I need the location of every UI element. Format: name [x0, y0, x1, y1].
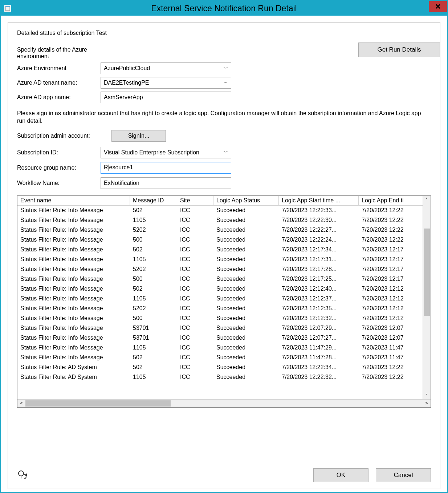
col-message-id[interactable]: Message ID	[130, 196, 177, 205]
specify-label: Specify details of the Azure environment	[17, 47, 101, 60]
scroll-up-icon[interactable]: ˄	[423, 196, 431, 203]
cell: Status Filter Rule: Info Message	[17, 315, 130, 322]
tenant-label: Azure AD tenant name:	[17, 80, 101, 86]
cell: 7/20/2023 12:12:35...	[279, 305, 359, 312]
cell: 53701	[130, 335, 177, 341]
scroll-thumb[interactable]	[25, 400, 171, 407]
subscription-id-dropdown[interactable]: Visual Studio Enterprise Subscription ﹀	[101, 147, 231, 158]
table-row[interactable]: Status Filter Rule: Info Message500ICCSu…	[17, 274, 423, 284]
table-row[interactable]: Status Filter Rule: Info Message1105ICCS…	[17, 294, 423, 304]
cell: 7/20/2023 12:17	[359, 246, 422, 253]
cell: ICC	[177, 315, 213, 322]
scroll-track[interactable]	[25, 400, 423, 407]
grid-body[interactable]: Status Filter Rule: Info Message502ICCSu…	[17, 206, 423, 399]
cell: 7/20/2023 12:22	[359, 364, 422, 371]
table-row[interactable]: Status Filter Rule: Info Message502ICCSu…	[17, 353, 423, 363]
cell: ICC	[177, 295, 213, 302]
horizontal-scrollbar[interactable]: < >	[17, 399, 431, 407]
table-row[interactable]: Status Filter Rule: Info Message500ICCSu…	[17, 314, 423, 323]
table-row[interactable]: Status Filter Rule: Info Message5202ICCS…	[17, 304, 423, 314]
table-row[interactable]: Status Filter Rule: AD System502ICCSucce…	[17, 363, 423, 372]
titlebar[interactable]: External Service Notification Run Detail…	[1, 1, 447, 16]
col-site[interactable]: Site	[177, 196, 213, 205]
azure-env-dropdown[interactable]: AzurePublicCloud ﹀	[101, 62, 231, 74]
table-row[interactable]: Status Filter Rule: AD System1105ICCSucc…	[17, 372, 423, 382]
cell: ICC	[177, 364, 213, 371]
scroll-thumb[interactable]	[424, 229, 430, 316]
resource-group-field[interactable]: Resource1	[101, 162, 231, 174]
table-row[interactable]: Status Filter Rule: Info Message1105ICCS…	[17, 343, 423, 353]
cell: ICC	[177, 256, 213, 263]
cell: 502	[130, 354, 177, 361]
scroll-right-icon[interactable]: >	[423, 399, 431, 407]
cell: 7/20/2023 12:17:28...	[279, 266, 359, 272]
table-row[interactable]: Status Filter Rule: Info Message502ICCSu…	[17, 245, 423, 255]
cell: Succeeded	[213, 217, 279, 223]
cell: 7/20/2023 12:22	[359, 207, 422, 214]
cell: Succeeded	[213, 305, 279, 312]
signin-instruction: Please sign in as administrator account …	[17, 110, 427, 125]
cell: Succeeded	[213, 237, 279, 243]
cell: 7/20/2023 12:12	[359, 286, 422, 292]
table-row[interactable]: Status Filter Rule: Info Message1105ICCS…	[17, 215, 423, 225]
table-row[interactable]: Status Filter Rule: Info Message5202ICCS…	[17, 225, 423, 235]
table-row[interactable]: Status Filter Rule: Info Message53701ICC…	[17, 323, 423, 333]
cell: ICC	[177, 237, 213, 243]
table-row[interactable]: Status Filter Rule: Info Message1105ICCS…	[17, 255, 423, 264]
cell: Status Filter Rule: Info Message	[17, 295, 130, 302]
col-event-name[interactable]: Event name	[17, 196, 130, 205]
cell: 7/20/2023 12:12	[359, 305, 422, 312]
cell: ICC	[177, 227, 213, 233]
admin-account-label: Subscription admin account:	[17, 133, 111, 139]
help-icon[interactable]	[17, 469, 29, 482]
cell: 500	[130, 276, 177, 282]
azure-env-value: AzurePublicCloud	[104, 65, 150, 72]
cell: 7/20/2023 12:22	[359, 217, 422, 223]
cell: Status Filter Rule: Info Message	[17, 266, 130, 272]
subscription-id-value: Visual Studio Enterprise Subscription	[104, 149, 199, 156]
workflow-name-field[interactable]: ExNotification	[101, 177, 231, 189]
cell: 7/20/2023 12:22	[359, 227, 422, 233]
cell: Succeeded	[213, 364, 279, 371]
scroll-left-icon[interactable]: <	[17, 399, 25, 407]
cell: Status Filter Rule: Info Message	[17, 217, 130, 223]
col-start-time[interactable]: Logic App Start time ...	[279, 196, 359, 205]
table-row[interactable]: Status Filter Rule: Info Message53701ICC…	[17, 333, 423, 343]
app-name-field[interactable]: AsmServerApp	[101, 92, 231, 103]
table-row[interactable]: Status Filter Rule: Info Message500ICCSu…	[17, 235, 423, 245]
cell: 5202	[130, 305, 177, 312]
signin-button[interactable]: SignIn...	[111, 130, 166, 142]
cell: Succeeded	[213, 344, 279, 351]
ok-button[interactable]: OK	[313, 468, 368, 482]
close-button[interactable]: ✕	[429, 1, 447, 12]
tenant-dropdown[interactable]: DAE2ETestingPE ﹀	[101, 77, 231, 89]
cell: 7/20/2023 12:22:34...	[279, 364, 359, 371]
scroll-down-icon[interactable]: ˅	[423, 392, 431, 399]
cell: Status Filter Rule: Info Message	[17, 256, 130, 263]
cell: 502	[130, 364, 177, 371]
cell: 502	[130, 246, 177, 253]
cell: 7/20/2023 12:17	[359, 256, 422, 263]
table-row[interactable]: Status Filter Rule: Info Message502ICCSu…	[17, 206, 423, 215]
results-grid: Event name Message ID Site Logic App Sta…	[17, 195, 431, 408]
cell: 7/20/2023 12:22:30...	[279, 217, 359, 223]
cell: Status Filter Rule: Info Message	[17, 335, 130, 341]
cell: Status Filter Rule: AD System	[17, 364, 130, 371]
vertical-scrollbar[interactable]: ˄ ˅	[423, 196, 431, 399]
cell: Status Filter Rule: Info Message	[17, 286, 130, 292]
get-run-details-button[interactable]: Get Run Details	[358, 43, 440, 57]
table-row[interactable]: Status Filter Rule: Info Message5202ICCS…	[17, 264, 423, 274]
cell: 7/20/2023 12:12	[359, 295, 422, 302]
table-row[interactable]: Status Filter Rule: Info Message502ICCSu…	[17, 284, 423, 294]
cell: Succeeded	[213, 256, 279, 263]
col-end-time[interactable]: Logic App End ti	[359, 196, 422, 205]
cell: 7/20/2023 12:17	[359, 276, 422, 282]
cell: Succeeded	[213, 227, 279, 233]
app-name-value: AsmServerApp	[104, 94, 143, 101]
cell: Succeeded	[213, 286, 279, 292]
cell: ICC	[177, 374, 213, 380]
cancel-button[interactable]: Cancel	[376, 468, 431, 482]
col-status[interactable]: Logic App Status	[213, 196, 279, 205]
resource-group-label: Resource group name:	[17, 165, 101, 171]
dialog-footer: OK Cancel	[17, 468, 431, 482]
